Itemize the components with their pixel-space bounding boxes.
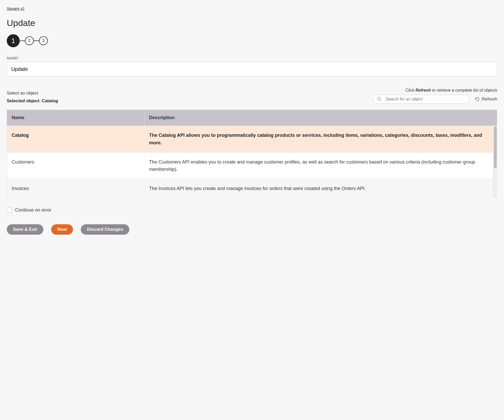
refresh-hint-pre: Click bbox=[405, 88, 415, 92]
refresh-label: Refresh bbox=[482, 97, 497, 102]
step-1[interactable]: 1 bbox=[7, 34, 20, 47]
col-header-name[interactable]: Name bbox=[7, 110, 144, 126]
scrollbar-thumb[interactable] bbox=[494, 126, 497, 168]
object-table: Name Description Catalog The Catalog API… bbox=[7, 110, 497, 198]
table-row[interactable]: Customers The Customers API enables you … bbox=[7, 152, 497, 179]
step-line bbox=[34, 40, 39, 41]
search-input[interactable] bbox=[385, 97, 465, 102]
continue-on-error-label: Continue on error bbox=[15, 207, 51, 213]
refresh-button[interactable]: Refresh bbox=[475, 97, 497, 102]
row-name: Invoices bbox=[7, 179, 144, 198]
step-2[interactable]: 2 bbox=[25, 36, 34, 45]
continue-on-error-checkbox[interactable] bbox=[7, 207, 12, 213]
search-box[interactable] bbox=[373, 95, 469, 104]
select-object-label: Select an object bbox=[7, 91, 58, 96]
row-description: The Catalog API allows you to programmat… bbox=[144, 126, 497, 153]
row-name: Customers bbox=[7, 152, 144, 179]
required-marker: * bbox=[18, 56, 19, 60]
selected-object-prefix: Selected object: bbox=[7, 98, 42, 103]
row-description: The Customers API enables you to create … bbox=[144, 152, 497, 179]
breadcrumb[interactable]: Square v2 bbox=[7, 6, 24, 11]
refresh-hint: Click Refresh to retrieve a complete lis… bbox=[373, 88, 497, 93]
scrollbar[interactable] bbox=[493, 126, 497, 198]
selected-object: Selected object: Catalog bbox=[7, 98, 58, 104]
table-row[interactable]: Catalog The Catalog API allows you to pr… bbox=[7, 126, 497, 153]
row-name: Catalog bbox=[7, 126, 144, 153]
step-3[interactable]: 3 bbox=[39, 36, 48, 45]
refresh-hint-post: to retrieve a complete list of objects bbox=[431, 88, 497, 92]
next-button[interactable]: Next bbox=[51, 224, 73, 235]
refresh-hint-bold: Refresh bbox=[415, 88, 431, 92]
col-header-description[interactable]: Description bbox=[144, 110, 497, 126]
svg-line-1 bbox=[380, 100, 381, 101]
refresh-icon bbox=[475, 97, 480, 101]
svg-point-0 bbox=[378, 97, 381, 100]
stepper: 1 2 3 bbox=[7, 34, 497, 47]
search-icon bbox=[377, 97, 382, 101]
table-row[interactable]: Invoices The Invoices API lets you creat… bbox=[7, 179, 497, 198]
save-exit-button[interactable]: Save & Exit bbox=[7, 224, 43, 235]
page-title: Update bbox=[7, 18, 497, 28]
name-field-label-text: NAME bbox=[7, 56, 18, 60]
selected-object-value: Catalog bbox=[42, 98, 58, 103]
name-input[interactable] bbox=[7, 62, 497, 77]
discard-button[interactable]: Discard Changes bbox=[81, 224, 129, 235]
object-table-wrap: Name Description Catalog The Catalog API… bbox=[7, 110, 497, 198]
step-line bbox=[20, 40, 25, 41]
row-description: The Invoices API lets you create and man… bbox=[144, 179, 497, 198]
name-field-label: NAME* bbox=[7, 56, 497, 60]
